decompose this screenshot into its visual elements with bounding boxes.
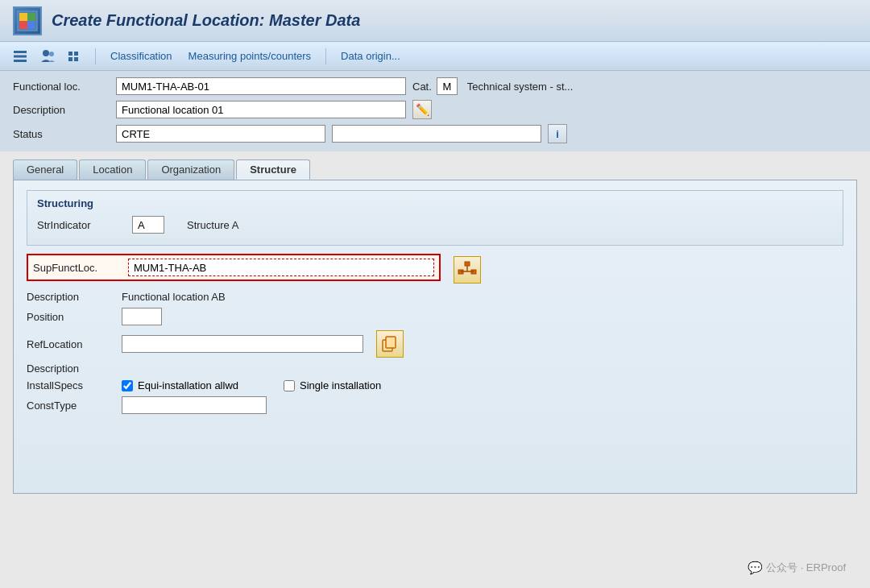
svg-rect-3 xyxy=(19,21,27,29)
svg-point-9 xyxy=(49,52,54,56)
status-row: Status i xyxy=(13,124,857,143)
functional-loc-label: Functional loc. xyxy=(13,81,110,93)
install-specs-label: InstallSpecs xyxy=(27,379,115,391)
data-origin-link[interactable]: Data origin... xyxy=(336,48,405,64)
menu-icon[interactable] xyxy=(10,46,31,67)
status-label: Status xyxy=(13,128,110,140)
ref-location-row: RefLocation xyxy=(27,335,363,353)
description-row: Description ✏️ xyxy=(13,100,857,119)
measuring-points-link[interactable]: Measuring points/counters xyxy=(184,48,316,64)
svg-rect-6 xyxy=(14,55,27,57)
settings-icon[interactable] xyxy=(64,46,85,67)
cat-group: Cat. M Technical system - st... xyxy=(412,77,573,95)
single-install-label: Single installation xyxy=(300,379,381,391)
sup-funct-loc-row: SupFunctLoc. xyxy=(27,254,441,281)
app-icon xyxy=(13,6,42,35)
description-input[interactable] xyxy=(116,101,406,118)
copy-icon[interactable] xyxy=(376,330,404,358)
watermark-text: 公众号 · ERProof xyxy=(766,561,846,575)
const-type-row: ConstType xyxy=(27,396,843,414)
sup-desc-value: Functional location AB xyxy=(122,291,226,303)
description-empty-row: Description xyxy=(27,362,843,375)
structure-icon[interactable] xyxy=(454,256,481,284)
install-specs-row: InstallSpecs Equi-installation allwd Sin… xyxy=(27,379,843,391)
form-header: Functional loc. Cat. M Technical system … xyxy=(0,71,870,151)
page-title: Create Functional Location: Master Data xyxy=(52,11,360,30)
single-install-group: Single installation xyxy=(284,379,381,391)
equi-checkbox-group: Equi-installation allwd xyxy=(122,379,238,391)
description-empty-label: Description xyxy=(27,362,115,375)
position-label: Position xyxy=(27,311,115,323)
equi-label: Equi-installation allwd xyxy=(138,379,238,391)
sup-desc-row: Description Functional location AB xyxy=(27,291,843,303)
watermark: 💬 公众号 · ERProof xyxy=(748,561,846,575)
str-indicator-row: StrIndicator Structure A xyxy=(37,216,833,234)
title-bar: Create Functional Location: Master Data xyxy=(0,0,870,42)
functional-loc-input[interactable] xyxy=(116,77,406,95)
ref-location-label: RefLocation xyxy=(27,338,115,350)
structuring-section: Structuring StrIndicator Structure A xyxy=(27,190,843,246)
edit-description-icon[interactable]: ✏️ xyxy=(412,100,432,119)
tab-organization[interactable]: Organization xyxy=(147,159,234,180)
info-icon[interactable]: i xyxy=(548,124,567,143)
toolbar-separator-2 xyxy=(325,48,326,64)
toolbar-separator xyxy=(95,48,96,64)
cat-label: Cat. xyxy=(412,81,432,93)
str-indicator-input[interactable] xyxy=(132,216,164,234)
position-input[interactable] xyxy=(122,308,162,325)
ref-location-input[interactable] xyxy=(122,335,363,353)
svg-rect-12 xyxy=(68,57,72,61)
status-input-2[interactable] xyxy=(332,125,541,143)
svg-rect-4 xyxy=(27,21,35,29)
svg-point-8 xyxy=(43,50,49,56)
single-install-checkbox[interactable] xyxy=(284,380,295,391)
tab-location[interactable]: Location xyxy=(79,159,146,180)
svg-rect-13 xyxy=(74,57,78,61)
tab-structure[interactable]: Structure xyxy=(236,159,310,180)
position-row: Position xyxy=(27,308,843,325)
cat-value: M xyxy=(437,77,458,95)
sup-funct-loc-label: SupFunctLoc. xyxy=(33,262,122,274)
str-indicator-text: Structure A xyxy=(187,219,238,231)
str-indicator-label: StrIndicator xyxy=(37,219,126,231)
tab-panel-structure: Structuring StrIndicator Structure A Sup… xyxy=(13,180,857,494)
svg-rect-20 xyxy=(386,337,396,348)
svg-rect-10 xyxy=(68,52,72,56)
const-type-label: ConstType xyxy=(27,400,115,412)
svg-rect-14 xyxy=(465,262,470,266)
svg-rect-1 xyxy=(19,13,27,21)
classification-link[interactable]: Classification xyxy=(106,48,177,64)
section-title: Structuring xyxy=(37,197,833,209)
const-type-input[interactable] xyxy=(122,396,267,414)
functional-loc-row: Functional loc. Cat. M Technical system … xyxy=(13,77,857,95)
tab-general[interactable]: General xyxy=(13,159,77,180)
toolbar: Classification Measuring points/counters… xyxy=(0,42,870,71)
svg-rect-2 xyxy=(27,13,35,21)
svg-rect-5 xyxy=(14,51,27,53)
users-icon[interactable] xyxy=(37,46,58,67)
description-label: Description xyxy=(13,104,110,116)
svg-rect-7 xyxy=(14,60,27,62)
equi-checkbox[interactable] xyxy=(122,380,133,391)
svg-rect-11 xyxy=(74,52,78,56)
status-input[interactable] xyxy=(116,125,325,143)
tabs-container: General Location Organization Structure xyxy=(0,159,870,180)
sup-desc-label: Description xyxy=(27,291,115,303)
cat-text: Technical system - st... xyxy=(467,81,573,93)
sup-funct-loc-input[interactable] xyxy=(128,259,434,276)
